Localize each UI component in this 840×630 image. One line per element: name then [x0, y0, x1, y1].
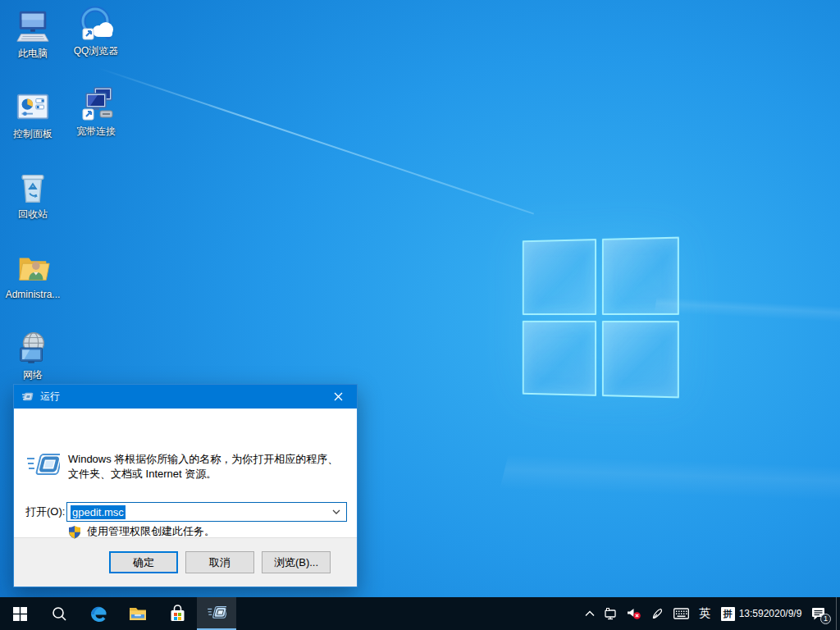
desktop-icon-label: Administra... [6, 290, 61, 300]
description-line-1: Windows 将根据你所输入的名称，为你打开相应的程序、 [68, 452, 347, 467]
close-button[interactable] [320, 385, 357, 409]
run-window-icon [207, 605, 226, 621]
user-folder-icon [13, 248, 52, 287]
run-dialog: 运行 Wi [13, 384, 358, 587]
run-window-icon [25, 451, 60, 482]
light-beam [98, 67, 534, 215]
search-button[interactable] [39, 597, 79, 630]
volume-tray-button[interactable] [623, 597, 646, 630]
close-icon [334, 392, 343, 401]
system-tray: 英 拼 13:59 2020/9/9 1 [580, 597, 840, 630]
admin-note-row: 使用管理权限创建此任务。 [68, 524, 215, 539]
action-center-button[interactable]: 1 [801, 597, 836, 630]
run-dialog-footer: 确定 取消 浏览(B)... [14, 537, 357, 587]
desktop-icon-control-panel[interactable]: 控制面板 [1, 87, 65, 139]
chevron-down-icon [332, 509, 340, 514]
desktop-icon-network[interactable]: 网络 [1, 328, 65, 381]
windows-desktop: 此电脑 QQ浏览器 [0, 0, 840, 630]
desktop-icon-label: 此电脑 [18, 48, 48, 59]
desktop-icon-qq-browser[interactable]: QQ浏览器 [64, 4, 128, 57]
uac-shield-icon [68, 525, 81, 539]
file-explorer-icon [128, 604, 148, 623]
volume-muted-icon [627, 607, 641, 620]
windows-logo-pane [523, 320, 596, 395]
network-tray-button[interactable] [600, 597, 623, 630]
microsoft-store-icon [168, 605, 187, 623]
start-button[interactable] [0, 597, 39, 630]
edge-browser-icon [89, 604, 108, 623]
clock[interactable]: 13:59 2020/9/9 [739, 597, 801, 630]
recycle-bin-icon [13, 167, 52, 207]
desktop-icon-label: 回收站 [18, 209, 48, 220]
run-command-value[interactable]: gpedit.msc [71, 505, 126, 519]
language-indicator[interactable]: 英 [693, 597, 716, 630]
desktop-icon-label: 宽带连接 [76, 126, 116, 137]
show-desktop-button[interactable] [836, 597, 840, 630]
touch-keyboard-icon [673, 608, 689, 619]
date: 2020/9/9 [764, 608, 802, 620]
ok-button[interactable]: 确定 [109, 551, 178, 573]
ime-pinyin-icon: 拼 [721, 607, 735, 621]
run-dialog-titlebar[interactable]: 运行 [14, 385, 357, 409]
notification-count-badge: 1 [820, 614, 831, 624]
open-row: 打开(O): gpedit.msc [25, 502, 347, 522]
pen-tray-button[interactable] [646, 597, 669, 630]
desktop-icon-administrator[interactable]: Administra... [1, 248, 65, 300]
desktop-icon-broadband[interactable]: 宽带连接 [64, 84, 128, 137]
windows-logo [523, 237, 679, 399]
combobox-dropdown-button[interactable] [328, 509, 345, 514]
time: 13:59 [739, 608, 764, 620]
broadband-connection-icon [76, 84, 116, 124]
store-button[interactable] [158, 597, 197, 630]
pen-icon [651, 608, 664, 620]
taskbar: 英 拼 13:59 2020/9/9 1 [0, 597, 840, 630]
this-pc-icon [13, 7, 52, 46]
search-icon [52, 606, 67, 622]
desktop-icon-label: 网络 [23, 370, 43, 381]
admin-note-text: 使用管理权限创建此任务。 [87, 524, 215, 539]
touch-keyboard-tray-button[interactable] [669, 597, 693, 630]
desktop-icon-label: 控制面板 [13, 129, 52, 139]
desktop-icon-label: QQ浏览器 [74, 46, 119, 57]
browse-button[interactable]: 浏览(B)... [262, 551, 331, 573]
control-panel-icon [13, 87, 52, 126]
ime-indicator[interactable]: 拼 [716, 597, 739, 630]
file-explorer-button[interactable] [118, 597, 158, 630]
run-dialog-title: 运行 [40, 390, 60, 404]
qq-browser-icon [76, 4, 116, 43]
windows-logo-pane [601, 321, 678, 399]
windows-start-icon [13, 607, 27, 621]
windows-logo-pane [601, 237, 678, 315]
chevron-up-icon [585, 610, 595, 617]
run-dialog-description: Windows 将根据你所输入的名称，为你打开相应的程序、 文件夹、文档或 In… [68, 452, 347, 482]
network-icon [605, 608, 619, 620]
run-command-combobox[interactable]: gpedit.msc [66, 502, 347, 522]
desktop-icon-this-pc[interactable]: 此电脑 [1, 7, 65, 59]
edge-button[interactable] [79, 597, 118, 630]
taskbar-run-app-button[interactable] [197, 597, 236, 630]
open-label: 打开(O): [25, 504, 66, 519]
network-icon [13, 328, 52, 368]
cancel-button[interactable]: 取消 [185, 551, 254, 573]
run-dialog-body: Windows 将根据你所输入的名称，为你打开相应的程序、 文件夹、文档或 In… [14, 409, 357, 537]
tray-overflow-button[interactable] [580, 597, 600, 630]
windows-logo-pane [523, 239, 596, 314]
run-window-icon [21, 390, 34, 404]
description-line-2: 文件夹、文档或 Internet 资源。 [68, 467, 347, 482]
taskbar-left [0, 597, 236, 630]
desktop-icon-recycle-bin[interactable]: 回收站 [1, 167, 65, 220]
